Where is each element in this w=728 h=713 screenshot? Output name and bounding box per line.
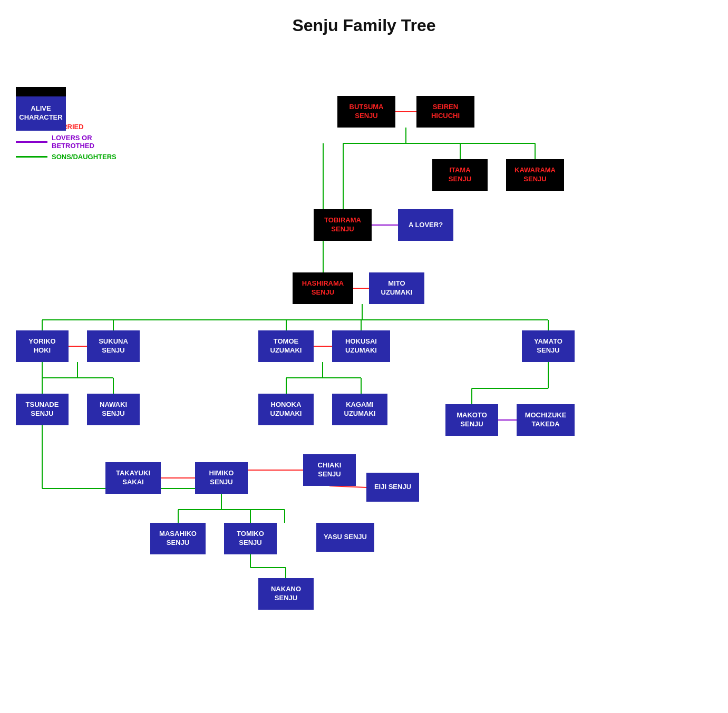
node-alover: A LOVER? [398, 209, 453, 241]
node-makoto: MAKOTO SENJU [445, 404, 498, 436]
node-masahiko: MASAHIKO SENJU [150, 523, 206, 554]
svg-line-33 [329, 486, 366, 487]
node-mochizuke: MOCHIZUKE TAKEDA [517, 404, 575, 436]
node-mito: MITO UZUMAKI [369, 272, 424, 304]
node-nakano: NAKANO SENJU [258, 578, 314, 610]
node-tobirama: TOBIRAMA SENJU [314, 209, 372, 241]
node-tsunade: TSUNADE SENJU [16, 394, 69, 425]
legend-sons-label: SONS/DAUGHTERS [52, 153, 117, 161]
node-sukuna: SUKUNA SENJU [87, 330, 140, 362]
node-himiko: HIMIKO SENJU [195, 462, 248, 494]
node-kawarama: KAWARAMA SENJU [506, 159, 564, 191]
node-nawaki: NAWAKI SENJU [87, 394, 140, 425]
node-yamato: YAMATO SENJU [522, 330, 575, 362]
node-hashirama: HASHIRAMA SENJU [293, 272, 353, 304]
node-seiren: SEIREN HICUCHI [416, 96, 474, 128]
tree-container: DEAD CHARACTER ALIVE CHARACTER MARRIED L… [0, 46, 728, 713]
node-eiji: EIJI SENJU [366, 473, 419, 502]
node-tomoe: TOMOE UZUMAKI [258, 330, 314, 362]
legend-lovers-label: LOVERS OR BETROTHED [52, 134, 94, 150]
legend-alive-box: ALIVE CHARACTER [16, 96, 66, 131]
node-butsuma: BUTSUMA SENJU [337, 96, 395, 128]
legend: DEAD CHARACTER ALIVE CHARACTER MARRIED L… [16, 104, 117, 167]
node-yasu: YASU SENJU [316, 523, 374, 552]
node-honoka: HONOKA UZUMAKI [258, 394, 314, 425]
node-yoriko: YORIKO HOKI [16, 330, 69, 362]
node-hokusai: HOKUSAI UZUMAKI [332, 330, 390, 362]
node-tomiko: TOMIKO SENJU [224, 523, 277, 554]
node-kagami: KAGAMI UZUMAKI [332, 394, 387, 425]
node-chiaki: CHIAKI SENJU [303, 454, 356, 486]
node-takayuki: TAKAYUKI SAKAI [105, 462, 161, 494]
page-title: Senju Family Tree [0, 0, 728, 46]
node-itama: ITAMA SENJU [432, 159, 488, 191]
